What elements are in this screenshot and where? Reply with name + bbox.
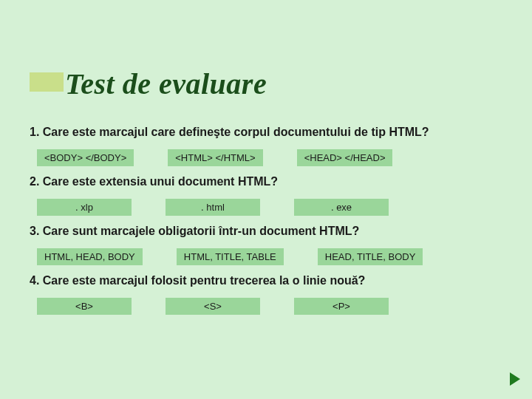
page-title: Test de evaluare [65, 66, 267, 101]
question-2-body: Care este extensia unui document HTML? [43, 175, 278, 188]
question-3-num: 3. [30, 225, 39, 237]
q2-option-c[interactable]: . exe [294, 199, 389, 216]
question-3-body: Care sunt marcajele obligatorii într-un … [43, 225, 359, 237]
question-1-text: 1. Care este marcajul care defineşte cor… [30, 126, 502, 139]
q2-option-a[interactable]: . xlp [37, 199, 132, 216]
question-1-options: <BODY> </BODY> <HTML> </HTML> <HEAD> </H… [30, 149, 502, 166]
q3-option-a[interactable]: HTML, HEAD, BODY [37, 248, 143, 265]
question-1-body: Care este marcajul care defineşte corpul… [43, 126, 429, 138]
q1-option-a[interactable]: <BODY> </BODY> [37, 149, 134, 166]
q1-option-c[interactable]: <HEAD> </HEAD> [297, 149, 393, 166]
question-3-text: 3. Care sunt marcajele obligatorii într-… [30, 225, 502, 238]
question-1-num: 1. [30, 126, 39, 138]
q2-option-b[interactable]: . html [166, 199, 260, 216]
next-arrow-icon[interactable] [510, 372, 520, 386]
title-accent [30, 72, 64, 92]
q4-option-b[interactable]: <S> [166, 298, 260, 315]
q3-option-c[interactable]: HEAD, TITLE, BODY [318, 248, 423, 265]
question-2-text: 2. Care este extensia unui document HTML… [30, 175, 502, 188]
q3-option-b[interactable]: HTML, TITLE, TABLE [177, 248, 284, 265]
question-4-body: Care este marcajul folosit pentru trecer… [43, 274, 366, 287]
question-4-num: 4. [30, 274, 39, 287]
q4-option-a[interactable]: <B> [37, 298, 132, 315]
question-4-options: <B> <S> <P> [30, 298, 502, 315]
question-2-num: 2. [30, 175, 39, 188]
questions-container: 1. Care este marcajul care defineşte cor… [30, 126, 502, 324]
q1-option-b[interactable]: <HTML> </HTML> [168, 149, 262, 166]
q4-option-c[interactable]: <P> [294, 298, 389, 315]
question-4-text: 4. Care este marcajul folosit pentru tre… [30, 274, 502, 287]
question-3-options: HTML, HEAD, BODY HTML, TITLE, TABLE HEAD… [30, 248, 502, 265]
question-2-options: . xlp . html . exe [30, 199, 502, 216]
